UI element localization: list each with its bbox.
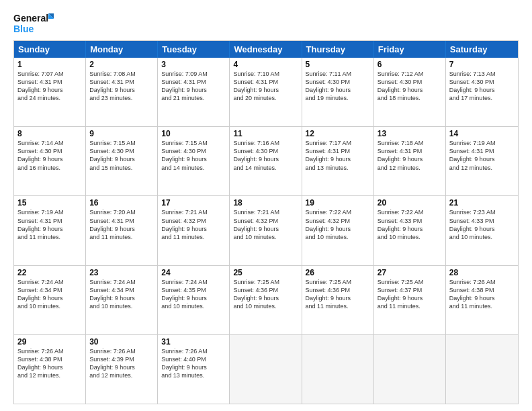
header-cell-friday: Friday — [374, 41, 446, 58]
day-cell-30: 30Sunrise: 7:26 AM Sunset: 4:39 PM Dayli… — [86, 335, 158, 404]
cell-info: Sunrise: 7:15 AM Sunset: 4:30 PM Dayligh… — [161, 139, 226, 172]
day-number: 29 — [17, 337, 82, 347]
calendar-row-2: 15Sunrise: 7:19 AM Sunset: 4:31 PM Dayli… — [14, 195, 518, 265]
cell-info: Sunrise: 7:23 AM Sunset: 4:33 PM Dayligh… — [449, 208, 515, 241]
day-number: 19 — [306, 198, 370, 208]
calendar-row-4: 29Sunrise: 7:26 AM Sunset: 4:38 PM Dayli… — [14, 334, 518, 404]
cell-info: Sunrise: 7:08 AM Sunset: 4:31 PM Dayligh… — [89, 70, 154, 103]
empty-cell — [446, 335, 518, 404]
day-cell-2: 2Sunrise: 7:08 AM Sunset: 4:31 PM Daylig… — [86, 58, 158, 126]
calendar-body: 1Sunrise: 7:07 AM Sunset: 4:31 PM Daylig… — [14, 58, 518, 404]
cell-info: Sunrise: 7:17 AM Sunset: 4:31 PM Dayligh… — [306, 139, 370, 172]
cell-info: Sunrise: 7:07 AM Sunset: 4:31 PM Dayligh… — [17, 70, 82, 103]
day-cell-25: 25Sunrise: 7:25 AM Sunset: 4:36 PM Dayli… — [230, 266, 302, 334]
day-cell-15: 15Sunrise: 7:19 AM Sunset: 4:31 PM Dayli… — [14, 196, 86, 265]
day-number: 28 — [449, 268, 515, 277]
cell-info: Sunrise: 7:25 AM Sunset: 4:37 PM Dayligh… — [378, 278, 442, 311]
day-number: 10 — [161, 129, 226, 138]
cell-info: Sunrise: 7:24 AM Sunset: 4:34 PM Dayligh… — [17, 278, 82, 311]
cell-info: Sunrise: 7:20 AM Sunset: 4:31 PM Dayligh… — [89, 208, 154, 241]
cell-info: Sunrise: 7:12 AM Sunset: 4:30 PM Dayligh… — [378, 70, 442, 103]
cell-info: Sunrise: 7:26 AM Sunset: 4:39 PM Dayligh… — [89, 347, 154, 380]
day-number: 11 — [233, 129, 298, 138]
svg-text:General: General — [13, 13, 48, 24]
day-cell-21: 21Sunrise: 7:23 AM Sunset: 4:33 PM Dayli… — [446, 196, 518, 265]
day-cell-8: 8Sunrise: 7:14 AM Sunset: 4:30 PM Daylig… — [14, 127, 86, 195]
header: General Blue — [13, 11, 519, 35]
cell-info: Sunrise: 7:26 AM Sunset: 4:40 PM Dayligh… — [161, 347, 226, 380]
day-cell-22: 22Sunrise: 7:24 AM Sunset: 4:34 PM Dayli… — [14, 266, 86, 334]
header-cell-sunday: Sunday — [14, 41, 86, 58]
day-number: 2 — [89, 60, 154, 69]
empty-cell — [302, 335, 374, 404]
calendar-row-0: 1Sunrise: 7:07 AM Sunset: 4:31 PM Daylig… — [14, 58, 518, 126]
logo-svg: General Blue — [13, 11, 54, 35]
day-number: 12 — [306, 129, 370, 138]
day-cell-27: 27Sunrise: 7:25 AM Sunset: 4:37 PM Dayli… — [374, 266, 446, 334]
cell-info: Sunrise: 7:19 AM Sunset: 4:31 PM Dayligh… — [17, 208, 82, 241]
cell-info: Sunrise: 7:16 AM Sunset: 4:30 PM Dayligh… — [233, 139, 298, 172]
cell-info: Sunrise: 7:24 AM Sunset: 4:34 PM Dayligh… — [89, 278, 154, 311]
calendar-row-3: 22Sunrise: 7:24 AM Sunset: 4:34 PM Dayli… — [14, 265, 518, 334]
header-cell-tuesday: Tuesday — [158, 41, 230, 58]
calendar-row-1: 8Sunrise: 7:14 AM Sunset: 4:30 PM Daylig… — [14, 126, 518, 195]
header-cell-wednesday: Wednesday — [230, 41, 302, 58]
cell-info: Sunrise: 7:19 AM Sunset: 4:31 PM Dayligh… — [449, 139, 515, 172]
cell-info: Sunrise: 7:21 AM Sunset: 4:32 PM Dayligh… — [161, 208, 226, 241]
day-number: 25 — [233, 268, 298, 277]
day-number: 9 — [89, 129, 154, 138]
cell-info: Sunrise: 7:11 AM Sunset: 4:30 PM Dayligh… — [306, 70, 370, 103]
day-cell-10: 10Sunrise: 7:15 AM Sunset: 4:30 PM Dayli… — [158, 127, 230, 195]
day-cell-1: 1Sunrise: 7:07 AM Sunset: 4:31 PM Daylig… — [14, 58, 86, 126]
day-number: 7 — [449, 60, 515, 69]
day-cell-23: 23Sunrise: 7:24 AM Sunset: 4:34 PM Dayli… — [86, 266, 158, 334]
day-number: 13 — [378, 129, 442, 138]
day-cell-12: 12Sunrise: 7:17 AM Sunset: 4:31 PM Dayli… — [302, 127, 374, 195]
empty-cell — [230, 335, 302, 404]
day-cell-26: 26Sunrise: 7:25 AM Sunset: 4:36 PM Dayli… — [302, 266, 374, 334]
day-number: 8 — [17, 129, 82, 138]
day-number: 21 — [449, 198, 515, 208]
day-number: 1 — [17, 60, 82, 69]
cell-info: Sunrise: 7:24 AM Sunset: 4:35 PM Dayligh… — [161, 278, 226, 311]
day-number: 22 — [17, 268, 82, 277]
header-cell-monday: Monday — [86, 41, 158, 58]
day-number: 4 — [233, 60, 298, 69]
day-number: 24 — [161, 268, 226, 277]
day-cell-9: 9Sunrise: 7:15 AM Sunset: 4:30 PM Daylig… — [86, 127, 158, 195]
day-cell-29: 29Sunrise: 7:26 AM Sunset: 4:38 PM Dayli… — [14, 335, 86, 404]
day-cell-14: 14Sunrise: 7:19 AM Sunset: 4:31 PM Dayli… — [446, 127, 518, 195]
day-cell-7: 7Sunrise: 7:13 AM Sunset: 4:30 PM Daylig… — [446, 58, 518, 126]
day-number: 3 — [161, 60, 226, 69]
calendar: SundayMondayTuesdayWednesdayThursdayFrid… — [13, 40, 519, 404]
day-cell-28: 28Sunrise: 7:26 AM Sunset: 4:38 PM Dayli… — [446, 266, 518, 334]
day-number: 23 — [89, 268, 154, 277]
day-number: 16 — [89, 198, 154, 208]
empty-cell — [374, 335, 446, 404]
logo: General Blue — [13, 11, 54, 35]
cell-info: Sunrise: 7:15 AM Sunset: 4:30 PM Dayligh… — [89, 139, 154, 172]
day-number: 17 — [161, 198, 226, 208]
cell-info: Sunrise: 7:26 AM Sunset: 4:38 PM Dayligh… — [449, 278, 515, 311]
cell-info: Sunrise: 7:13 AM Sunset: 4:30 PM Dayligh… — [449, 70, 515, 103]
calendar-header: SundayMondayTuesdayWednesdayThursdayFrid… — [14, 41, 518, 58]
day-cell-6: 6Sunrise: 7:12 AM Sunset: 4:30 PM Daylig… — [374, 58, 446, 126]
day-number: 6 — [378, 60, 442, 69]
day-cell-20: 20Sunrise: 7:22 AM Sunset: 4:33 PM Dayli… — [374, 196, 446, 265]
cell-info: Sunrise: 7:25 AM Sunset: 4:36 PM Dayligh… — [233, 278, 298, 311]
day-number: 5 — [306, 60, 370, 69]
day-cell-3: 3Sunrise: 7:09 AM Sunset: 4:31 PM Daylig… — [158, 58, 230, 126]
cell-info: Sunrise: 7:22 AM Sunset: 4:32 PM Dayligh… — [306, 208, 370, 241]
day-cell-17: 17Sunrise: 7:21 AM Sunset: 4:32 PM Dayli… — [158, 196, 230, 265]
cell-info: Sunrise: 7:14 AM Sunset: 4:30 PM Dayligh… — [17, 139, 82, 172]
day-cell-16: 16Sunrise: 7:20 AM Sunset: 4:31 PM Dayli… — [86, 196, 158, 265]
day-cell-13: 13Sunrise: 7:18 AM Sunset: 4:31 PM Dayli… — [374, 127, 446, 195]
day-cell-4: 4Sunrise: 7:10 AM Sunset: 4:31 PM Daylig… — [230, 58, 302, 126]
day-number: 20 — [378, 198, 442, 208]
day-cell-31: 31Sunrise: 7:26 AM Sunset: 4:40 PM Dayli… — [158, 335, 230, 404]
cell-info: Sunrise: 7:25 AM Sunset: 4:36 PM Dayligh… — [306, 278, 370, 311]
cell-info: Sunrise: 7:09 AM Sunset: 4:31 PM Dayligh… — [161, 70, 226, 103]
header-cell-thursday: Thursday — [302, 41, 374, 58]
header-cell-saturday: Saturday — [446, 41, 518, 58]
cell-info: Sunrise: 7:21 AM Sunset: 4:32 PM Dayligh… — [233, 208, 298, 241]
